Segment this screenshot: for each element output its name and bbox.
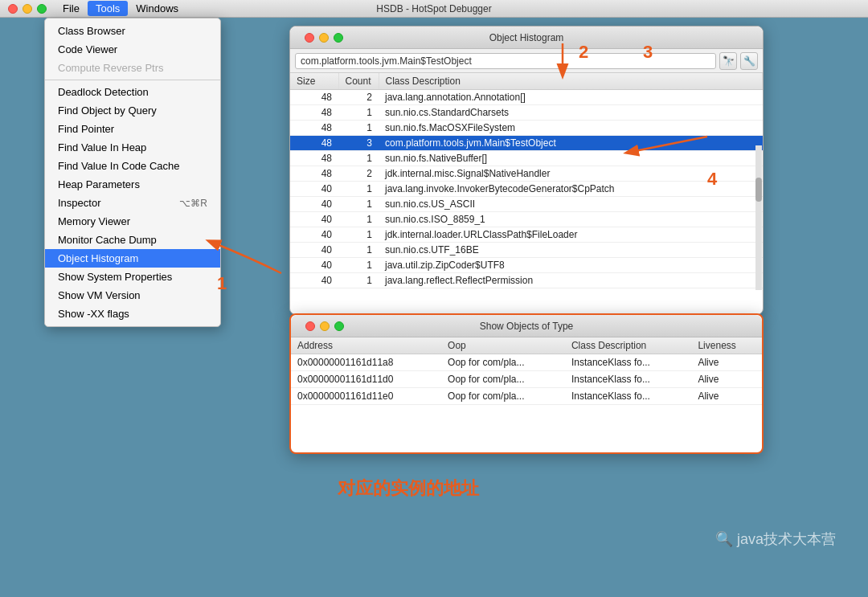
histogram-traffic-lights xyxy=(297,33,351,43)
table-row[interactable]: 48 1 sun.nio.fs.MacOSXFileSystem xyxy=(290,121,763,136)
table-row[interactable]: 40 1 java.lang.reflect.ReflectPermission xyxy=(290,273,763,288)
cell-oop: Oop for com/pla... xyxy=(441,354,565,371)
wrench-icon: 🔧 xyxy=(743,55,755,67)
menu-file[interactable]: File xyxy=(55,1,88,16)
menu-item-find-pointer[interactable]: Find Pointer xyxy=(45,120,220,138)
menu-item-show-vm[interactable]: Show VM Version xyxy=(45,286,220,305)
cell-count: 1 xyxy=(338,243,379,258)
cell-count: 1 xyxy=(338,288,379,291)
menu-windows[interactable]: Windows xyxy=(128,1,186,16)
list-item[interactable]: 0x00000001161d11d0 Oop for com/pla... In… xyxy=(291,371,762,388)
menu-item-find-object[interactable]: Find Object by Query xyxy=(45,101,220,120)
histogram-search-button[interactable]: 🔭 xyxy=(719,52,737,70)
cell-class-desc: InstanceKlass fo... xyxy=(565,388,692,405)
inspector-shortcut: ⌥⌘R xyxy=(179,198,207,209)
cell-class-desc: InstanceKlass fo... xyxy=(565,354,692,371)
menu-separator-1 xyxy=(45,80,220,80)
hist-maximize[interactable] xyxy=(334,33,343,43)
table-row[interactable]: 40 1 sun.nio.cs.ISO_8859_1 xyxy=(290,212,763,227)
tools-dropdown-menu: Class Browser Code Viewer Compute Revers… xyxy=(44,18,221,327)
histogram-search-input[interactable] xyxy=(295,53,716,69)
menu-item-deadlock[interactable]: Deadlock Detection xyxy=(45,83,220,101)
obj-close[interactable] xyxy=(305,321,315,331)
hist-close[interactable] xyxy=(305,33,314,43)
cell-class: java.lang.reflect.ReflectPermission xyxy=(379,273,763,288)
maximize-button[interactable] xyxy=(37,4,47,14)
cell-count: 1 xyxy=(338,258,379,273)
objects-titlebar: Show Objects of Type xyxy=(291,315,762,337)
chinese-annotation: 对应的实例的地址 xyxy=(338,476,479,501)
cell-class: java.lang.annotation.Annotation[] xyxy=(379,90,763,105)
histogram-settings-button[interactable]: 🔧 xyxy=(740,52,758,70)
obj-col-class: Class Description xyxy=(565,337,692,354)
cell-size: 40 xyxy=(290,197,338,212)
histogram-table-container[interactable]: Size Count Class Description 48 2 java.l… xyxy=(290,73,763,290)
table-row[interactable]: 48 2 java.lang.annotation.Annotation[] xyxy=(290,90,763,105)
obj-col-liveness: Liveness xyxy=(691,337,762,354)
watermark: 🔍 java技术大本营 xyxy=(715,530,836,549)
cell-size: 40 xyxy=(290,273,338,288)
objects-table: Address Oop Class Description Liveness 0… xyxy=(291,337,762,405)
menu-item-heap-params[interactable]: Heap Parameters xyxy=(45,175,220,194)
cell-size: 48 xyxy=(290,121,338,136)
cell-class: sun.nio.cs.StandardCharsets xyxy=(379,105,763,121)
cell-class: sun.nio.cs.UTF_8 xyxy=(379,288,763,291)
menu-item-class-browser[interactable]: Class Browser xyxy=(45,22,220,40)
cell-class: sun.nio.fs.NativeBuffer[] xyxy=(379,151,763,166)
cell-size: 40 xyxy=(290,288,338,291)
table-row[interactable]: 40 1 sun.nio.cs.UTF_8 xyxy=(290,288,763,291)
table-row[interactable]: 48 1 sun.nio.fs.NativeBuffer[] xyxy=(290,151,763,166)
menu-tools[interactable]: Tools xyxy=(88,1,128,16)
col-header-size: Size xyxy=(290,73,338,90)
menu-item-object-histogram[interactable]: Object Histogram xyxy=(45,249,220,268)
obj-minimize[interactable] xyxy=(320,321,330,331)
menu-item-show-system-props[interactable]: Show System Properties xyxy=(45,268,220,286)
histogram-title: Object Histogram xyxy=(489,32,564,43)
obj-col-address: Address xyxy=(291,337,441,354)
cell-size: 40 xyxy=(290,212,338,227)
menu-item-find-value-heap[interactable]: Find Value In Heap xyxy=(45,138,220,157)
cell-count: 1 xyxy=(338,212,379,227)
scrollbar[interactable] xyxy=(755,145,762,290)
table-row[interactable]: 40 1 java.lang.invoke.InvokerBytecodeGen… xyxy=(290,182,763,197)
cell-size: 40 xyxy=(290,258,338,273)
table-row[interactable]: 48 1 sun.nio.cs.StandardCharsets xyxy=(290,105,763,121)
cell-class: sun.nio.cs.UTF_16BE xyxy=(379,243,763,258)
menu-item-memory-viewer[interactable]: Memory Viewer xyxy=(45,212,220,231)
cell-address: 0x00000001161d11d0 xyxy=(291,371,441,388)
table-row[interactable]: 40 1 sun.nio.cs.UTF_16BE xyxy=(290,243,763,258)
cell-oop: Oop for com/pla... xyxy=(441,388,565,405)
menu-item-find-value-code[interactable]: Find Value In Code Cache xyxy=(45,157,220,175)
cell-class: sun.nio.fs.MacOSXFileSystem xyxy=(379,121,763,136)
obj-maximize[interactable] xyxy=(334,321,344,331)
hist-minimize[interactable] xyxy=(319,33,329,43)
menubar: File Tools Windows HSDB - HotSpot Debugg… xyxy=(0,0,868,18)
table-row[interactable]: 48 2 jdk.internal.misc.Signal$NativeHand… xyxy=(290,166,763,182)
close-button[interactable] xyxy=(8,4,18,14)
objects-window: Show Objects of Type Address Oop Class D… xyxy=(289,313,764,454)
cell-size: 48 xyxy=(290,166,338,182)
col-header-class: Class Description xyxy=(379,73,763,90)
objects-title: Show Objects of Type xyxy=(480,321,574,332)
menu-item-inspector[interactable]: Inspector ⌥⌘R xyxy=(45,194,220,212)
table-row[interactable]: 40 1 java.util.zip.ZipCoder$UTF8 xyxy=(290,258,763,273)
scroll-thumb[interactable] xyxy=(755,178,762,202)
menu-item-code-viewer[interactable]: Code Viewer xyxy=(45,40,220,59)
table-row[interactable]: 48 3 com.platform.tools.jvm.Main$TestObj… xyxy=(290,136,763,151)
table-row[interactable]: 40 1 sun.nio.cs.US_ASCII xyxy=(290,197,763,212)
cell-address: 0x00000001161d11e0 xyxy=(291,388,441,405)
cell-count: 1 xyxy=(338,273,379,288)
cell-count: 1 xyxy=(338,121,379,136)
list-item[interactable]: 0x00000001161d11a8 Oop for com/pla... In… xyxy=(291,354,762,371)
menu-item-show-xx[interactable]: Show -XX flags xyxy=(45,305,220,323)
cell-class: jdk.internal.misc.Signal$NativeHandler xyxy=(379,166,763,182)
obj-col-oop: Oop xyxy=(441,337,565,354)
menu-item-compute-reverse: Compute Reverse Ptrs xyxy=(45,59,220,77)
minimize-button[interactable] xyxy=(23,4,32,14)
table-row[interactable]: 40 1 jdk.internal.loader.URLClassPath$Fi… xyxy=(290,227,763,243)
menu-item-monitor-cache[interactable]: Monitor Cache Dump xyxy=(45,231,220,249)
cell-class: java.lang.invoke.InvokerBytecodeGenerato… xyxy=(379,182,763,197)
cell-size: 48 xyxy=(290,151,338,166)
list-item[interactable]: 0x00000001161d11e0 Oop for com/pla... In… xyxy=(291,388,762,405)
cell-class: com.platform.tools.jvm.Main$TestObject xyxy=(379,136,763,151)
